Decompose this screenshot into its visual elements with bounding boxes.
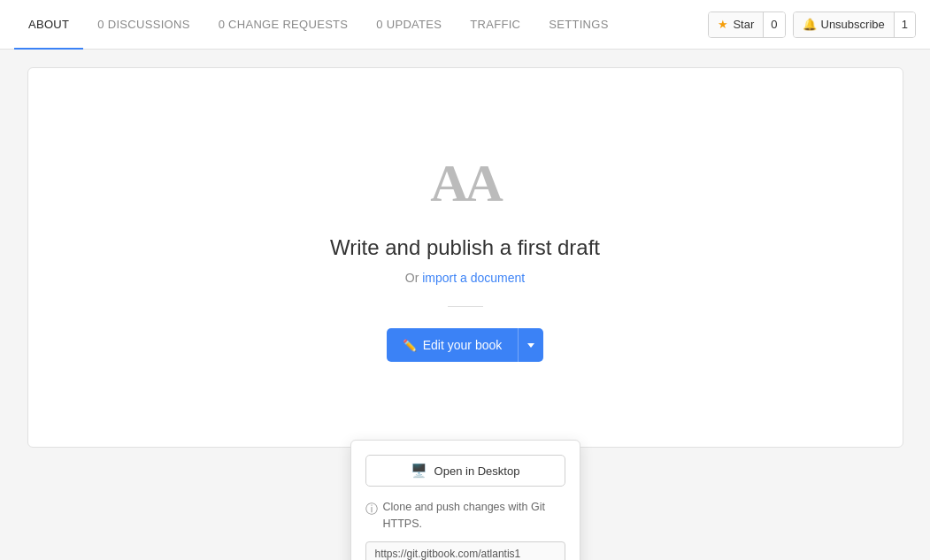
unsub-count: 1	[895, 12, 915, 37]
book-icon: AA	[430, 153, 500, 214]
subtitle-prefix: Or	[405, 271, 419, 285]
tab-settings[interactable]: SETTINGS	[534, 1, 622, 50]
tab-updates[interactable]: 0 UPDATES	[362, 1, 456, 50]
edit-book-button-group: ✏️ Edit your book	[387, 328, 544, 362]
clone-info: ⓘ Clone and push changes with Git HTTPS.	[365, 499, 565, 533]
subtitle: Or import a document	[405, 271, 525, 285]
edit-book-label: Edit your book	[423, 338, 503, 352]
star-count: 0	[764, 12, 784, 37]
clone-info-text: Clone and push changes with Git HTTPS.	[383, 499, 565, 533]
star-label[interactable]: ★ Star	[709, 12, 764, 37]
divider	[448, 306, 483, 307]
star-text: Star	[733, 18, 754, 31]
main-title: Write and publish a first draft	[330, 235, 600, 260]
info-icon: ⓘ	[365, 500, 378, 518]
star-icon: ★	[718, 18, 728, 31]
tab-about[interactable]: ABOUT	[14, 1, 83, 50]
git-url-input[interactable]	[365, 541, 565, 561]
nav-bar: ABOUT 0 DISCUSSIONS 0 CHANGE REQUESTS 0 …	[0, 0, 930, 50]
tab-traffic[interactable]: TRAFFIC	[456, 1, 534, 50]
tab-change-requests[interactable]: 0 CHANGE REQUESTS	[204, 1, 363, 50]
pencil-icon: ✏️	[403, 339, 417, 352]
content-card: AA Write and publish a first draft Or im…	[27, 67, 903, 448]
edit-book-button[interactable]: ✏️ Edit your book	[387, 328, 519, 362]
unsub-text: Unsubscribe	[821, 18, 885, 31]
bell-icon: 🔔	[803, 18, 817, 31]
nav-tabs: ABOUT 0 DISCUSSIONS 0 CHANGE REQUESTS 0 …	[14, 0, 708, 49]
open-in-desktop-button[interactable]: 🖥️ Open in Desktop	[365, 455, 565, 487]
main-content: AA Write and publish a first draft Or im…	[0, 50, 930, 465]
import-link[interactable]: import a document	[422, 271, 525, 285]
tab-discussions[interactable]: 0 DISCUSSIONS	[83, 1, 204, 50]
dropdown-popup: 🖥️ Open in Desktop ⓘ Clone and push chan…	[350, 440, 580, 560]
unsub-label[interactable]: 🔔 Unsubscribe	[794, 12, 895, 37]
unsubscribe-button[interactable]: 🔔 Unsubscribe 1	[793, 12, 917, 38]
edit-book-dropdown-button[interactable]	[519, 328, 543, 362]
star-button[interactable]: ★ Star 0	[708, 12, 785, 38]
nav-actions: ★ Star 0 🔔 Unsubscribe 1	[708, 0, 916, 49]
open-desktop-label: Open in Desktop	[434, 464, 520, 478]
chevron-down-icon	[527, 343, 534, 348]
monitor-icon: 🖥️	[411, 463, 427, 479]
